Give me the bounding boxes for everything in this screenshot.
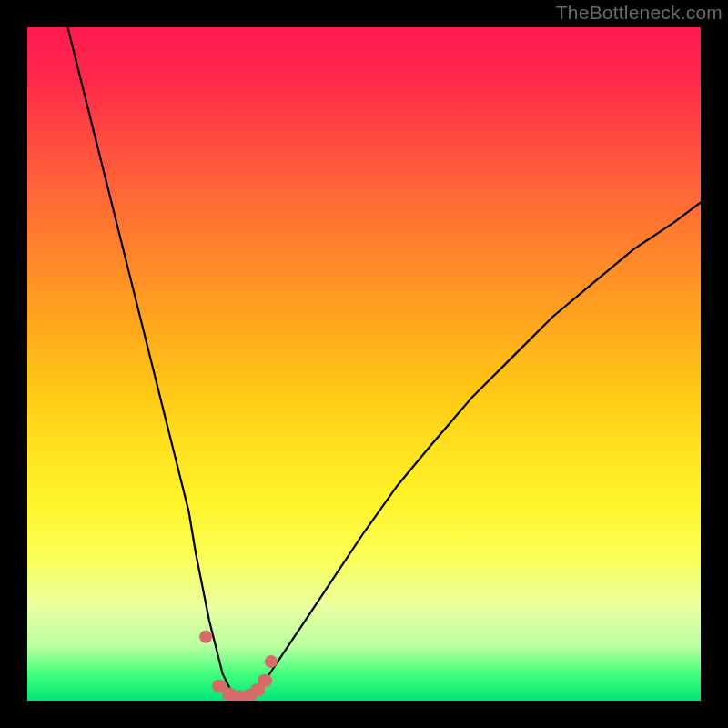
marker-pill: [258, 674, 272, 687]
marker-group: [199, 631, 278, 701]
attribution-text: TheBottleneck.com: [556, 2, 723, 24]
marker-dot: [265, 655, 278, 668]
bottleneck-curve: [67, 27, 701, 701]
curve-layer: [27, 27, 701, 701]
chart-frame: TheBottleneck.com: [0, 0, 728, 728]
marker-dot: [199, 631, 212, 643]
